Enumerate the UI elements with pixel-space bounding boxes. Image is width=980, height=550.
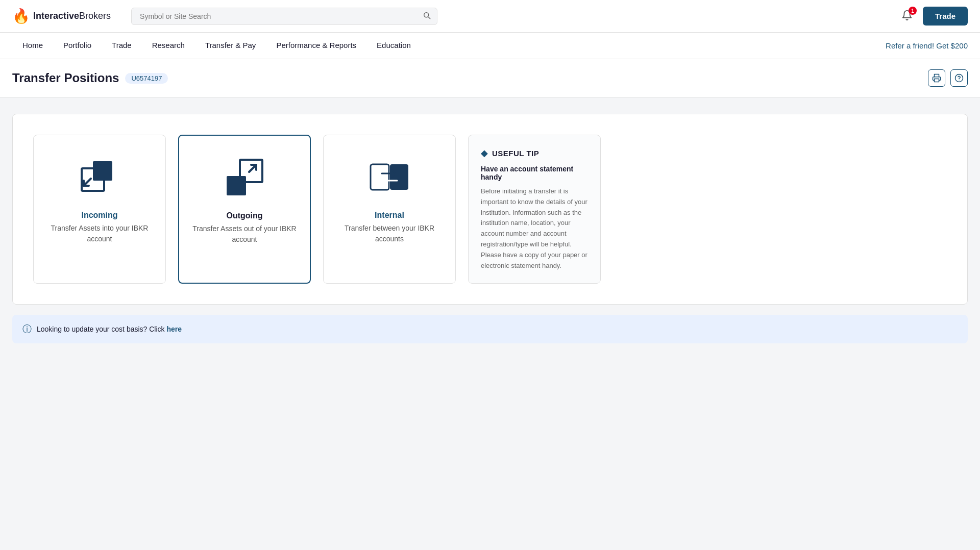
transfer-card-outgoing[interactable]: Outgoing Transfer Assets out of your IBK… [178, 135, 311, 284]
outgoing-title: Outgoing [226, 211, 262, 220]
logo[interactable]: 🔥 InteractiveBrokers [12, 9, 111, 23]
svg-rect-9 [371, 164, 389, 190]
tip-header: ◆ USEFUL TIP [481, 147, 588, 159]
logo-text: InteractiveBrokers [33, 11, 111, 21]
refer-link[interactable]: Refer a friend! Get $200 [886, 41, 968, 50]
tip-title: USEFUL TIP [492, 149, 539, 158]
page-actions [928, 69, 968, 87]
info-banner: ⓘ Looking to update your cost basis? Cli… [12, 315, 968, 343]
nav-item-performance[interactable]: Performance & Reports [266, 33, 366, 59]
search-bar [131, 8, 437, 25]
main-content: Incoming Transfer Assets into your IBKR … [0, 97, 980, 360]
incoming-desc: Transfer Assets into your IBKR account [46, 223, 153, 244]
tip-body: Before initiating a transfer it is impor… [481, 186, 588, 271]
outgoing-icon [219, 152, 270, 203]
internal-title: Internal [375, 211, 404, 220]
notification-badge: 1 [909, 7, 917, 15]
header-right: 1 Trade [899, 7, 968, 26]
svg-rect-10 [390, 164, 408, 190]
transfer-card-internal[interactable]: Internal Transfer between your IBKR acco… [323, 135, 456, 284]
svg-line-7 [249, 165, 256, 172]
header: 🔥 InteractiveBrokers 1 Trade [0, 0, 980, 33]
outgoing-desc: Transfer Assets out of your IBKR account [191, 223, 298, 245]
svg-rect-8 [227, 176, 246, 195]
incoming-icon [74, 152, 125, 203]
info-link[interactable]: here [166, 325, 182, 333]
tip-subtitle: Have an account statement handy [481, 165, 588, 181]
notification-button[interactable]: 1 [899, 8, 915, 24]
logo-flame: 🔥 [12, 9, 30, 23]
help-button[interactable] [950, 69, 968, 87]
page-header: Transfer Positions U6574197 [0, 59, 980, 97]
nav-item-home[interactable]: Home [12, 33, 53, 59]
info-icon: ⓘ [22, 323, 32, 335]
svg-rect-4 [93, 161, 112, 181]
incoming-title: Incoming [81, 211, 117, 220]
transfer-options: Incoming Transfer Assets into your IBKR … [33, 135, 947, 284]
internal-desc: Transfer between your IBKR accounts [336, 223, 443, 244]
main-nav: Home Portfolio Trade Research Transfer &… [0, 33, 980, 59]
page-title: Transfer Positions [12, 71, 119, 85]
content-card: Incoming Transfer Assets into your IBKR … [12, 114, 968, 305]
page-title-area: Transfer Positions U6574197 [12, 71, 168, 85]
tip-icon: ◆ [481, 147, 488, 159]
trade-button[interactable]: Trade [923, 7, 968, 26]
nav-item-research[interactable]: Research [142, 33, 195, 59]
info-text: Looking to update your cost basis? Click… [37, 325, 182, 333]
svg-line-5 [84, 179, 91, 186]
nav-item-portfolio[interactable]: Portfolio [53, 33, 102, 59]
transfer-card-incoming[interactable]: Incoming Transfer Assets into your IBKR … [33, 135, 166, 284]
svg-rect-0 [935, 79, 939, 82]
search-input[interactable] [131, 8, 437, 25]
nav-item-transfer-pay[interactable]: Transfer & Pay [195, 33, 266, 59]
useful-tip-card: ◆ USEFUL TIP Have an account statement h… [468, 135, 601, 284]
account-badge: U6574197 [125, 73, 168, 84]
nav-item-education[interactable]: Education [366, 33, 421, 59]
print-button[interactable] [928, 69, 945, 87]
nav-item-trade[interactable]: Trade [102, 33, 142, 59]
search-icon [422, 11, 431, 22]
internal-icon [364, 152, 415, 203]
